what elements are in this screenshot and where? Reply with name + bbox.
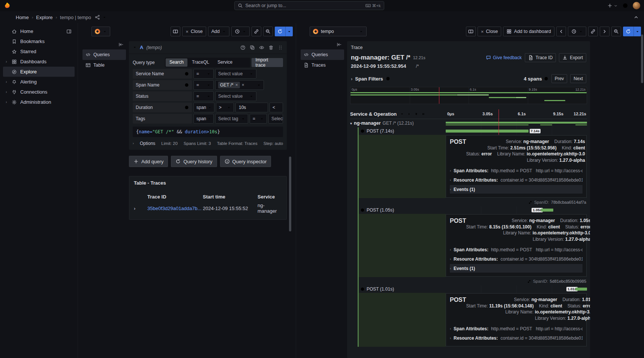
nav-item-traces[interactable]: Traces — [301, 60, 344, 70]
dock-sidebar-icon[interactable] — [66, 29, 72, 34]
datasource-picker[interactable] — [91, 27, 110, 36]
sidebar-item-dashboards[interactable]: › Dashboards — [3, 57, 75, 67]
collapse-nav-icon[interactable] — [337, 42, 342, 47]
close-pane-button[interactable]: × Close — [478, 27, 502, 36]
split-view-button[interactable] — [171, 27, 180, 36]
events-row[interactable]: › Events (1) — [450, 264, 583, 273]
right-pane-scrollbar[interactable] — [641, 34, 643, 83]
datasource-picker[interactable]: tempo — [310, 27, 367, 36]
span-bar[interactable] — [541, 209, 553, 212]
nav-item-queries[interactable]: Queries — [301, 49, 344, 60]
expand-all-icon[interactable] — [414, 112, 418, 116]
nav-item-queries[interactable]: Queries — [82, 49, 126, 60]
span-row[interactable]: POST (1.05s) 1.05s — [359, 206, 587, 214]
expand-chevron-icon[interactable]: › — [4, 60, 8, 64]
split-view-button[interactable] — [466, 27, 476, 36]
zoom-out-button[interactable] — [611, 27, 621, 36]
span-name-operator-select[interactable]: = — [193, 80, 214, 90]
query-editor-header[interactable]: A (tempo) — [129, 41, 287, 54]
sidebar-item-administration[interactable]: › Administration — [3, 97, 75, 107]
sidebar-item-bookmarks[interactable]: Bookmarks — [3, 36, 75, 46]
drag-handle-icon[interactable] — [278, 45, 283, 50]
span-attributes-row[interactable]: › Span Attributes: http.method = POST ht… — [450, 166, 583, 175]
duplicate-query-icon[interactable] — [250, 45, 255, 50]
events-row[interactable]: › Events (1) — [450, 185, 583, 194]
duration-scope-select[interactable]: span — [193, 103, 214, 112]
span-name-value-select[interactable]: GET /* × × — [215, 80, 264, 90]
new-menu-button[interactable] — [607, 3, 618, 8]
status-value-select[interactable]: Select value — [215, 91, 256, 101]
span-row[interactable]: POST (1.01s) 1.01s — [359, 285, 587, 293]
tag-operator-select[interactable]: = — [250, 114, 267, 124]
tags-scope-select[interactable]: span — [193, 114, 214, 124]
status-operator-select[interactable]: = — [193, 91, 214, 101]
collapse-all-icon[interactable] — [421, 112, 425, 116]
share-icon[interactable] — [95, 15, 100, 20]
give-feedback-link[interactable]: Give feedback — [486, 55, 522, 60]
resource-attributes-row[interactable]: › Resource Attributes: container.id = 30… — [450, 255, 583, 263]
sort-chevron-icon[interactable] — [400, 112, 404, 116]
expand-chevron-icon[interactable]: › — [4, 90, 8, 94]
clear-select-icon[interactable]: × — [242, 82, 244, 88]
resource-attributes-row[interactable]: › Resource Attributes: container.id = 30… — [450, 176, 583, 184]
import-trace-button[interactable]: Import trace — [252, 58, 283, 67]
duration-gt-operator-select[interactable]: > — [216, 103, 234, 112]
col-service[interactable]: Service — [258, 194, 282, 200]
sidebar-item-starred[interactable]: Starred — [3, 46, 75, 57]
chevron-down-icon[interactable] — [102, 15, 106, 19]
user-avatar[interactable] — [633, 2, 640, 9]
span-bar[interactable] — [446, 122, 587, 124]
span-name-chip[interactable]: GET /* × — [218, 82, 240, 88]
collapse-nav-icon[interactable] — [118, 42, 124, 47]
time-shift-forward-button[interactable] — [600, 27, 610, 36]
content-outline-button[interactable] — [81, 28, 88, 35]
duration-min-input[interactable]: 10s — [235, 103, 268, 112]
add-query-button[interactable]: Add query — [129, 156, 168, 167]
expand-chevron-icon[interactable]: › — [4, 80, 8, 84]
trace-minimap[interactable]: 0μs 3.05s 6.1s 9.15s 12.21s — [350, 87, 587, 104]
span-attributes-row[interactable]: › Span Attributes: http.method = POST ht… — [450, 245, 583, 254]
add-to-dashboard-button[interactable]: Add to dashboard — [503, 27, 554, 36]
expand-chevron-icon[interactable]: › — [4, 100, 8, 104]
trace-id-button[interactable]: Trace ID — [525, 53, 556, 62]
table-row[interactable]: › 35be0f3d29a01adda7b... 2024-12-09 15:5… — [129, 202, 286, 214]
query-history-button[interactable]: Query history — [171, 156, 217, 167]
search-input[interactable]: Search or jump to... ⌘+k — [234, 1, 384, 10]
query-inspector-button[interactable]: Query inspector — [220, 156, 271, 167]
remove-query-icon[interactable] — [268, 45, 274, 50]
mega-menu-toggle[interactable] — [4, 13, 12, 21]
span-attributes-row[interactable]: › Span Attributes: http.method = POST ht… — [450, 324, 583, 333]
span-row-root[interactable]: ▾ ng-manager GET /* (12.21s) — [350, 119, 587, 127]
export-button[interactable]: Export — [559, 53, 586, 62]
sidebar-item-connections[interactable]: › Connections — [3, 87, 75, 97]
tag-name-select[interactable]: Select tag — [215, 114, 248, 124]
span-row[interactable]: POST (7.14s) 7.14s — [359, 127, 587, 135]
row-expander-icon[interactable]: › — [134, 206, 147, 211]
expand-options-icon[interactable]: › — [133, 142, 134, 145]
sidebar-item-home[interactable]: Home — [3, 26, 75, 36]
query-type-traceql[interactable]: TraceQL — [188, 58, 213, 67]
duration-lt-operator-select[interactable]: < — [270, 103, 283, 112]
collapse-toolbar-button[interactable] — [633, 14, 640, 21]
run-query-button[interactable] — [275, 27, 293, 36]
run-query-button[interactable] — [623, 27, 641, 36]
close-pane-button[interactable]: × Close — [182, 27, 206, 36]
sidebar-item-explore[interactable]: Explore — [3, 67, 75, 77]
collapse-query-icon[interactable] — [133, 45, 137, 49]
copy-link-button[interactable] — [252, 27, 261, 36]
link-icon[interactable] — [527, 279, 531, 283]
query-type-service-graph[interactable]: Service Graph — [214, 58, 249, 67]
col-start-time[interactable]: Start time — [203, 194, 258, 200]
add-dropdown-button[interactable]: Add — [208, 27, 229, 36]
query-type-search[interactable]: Search — [166, 58, 187, 67]
tag-value-select[interactable]: Select va — [268, 114, 283, 124]
copy-link-button[interactable] — [588, 27, 598, 36]
time-shift-back-button[interactable] — [556, 27, 566, 36]
prev-span-button[interactable]: Prev — [551, 74, 568, 83]
col-trace-id[interactable]: Trace ID — [147, 194, 203, 200]
angle-right-icon[interactable] — [407, 112, 411, 116]
next-span-button[interactable]: Next — [570, 74, 586, 83]
query-help-icon[interactable] — [240, 45, 246, 50]
link-icon[interactable] — [528, 200, 532, 204]
resource-attributes-row[interactable]: › Resource Attributes: container.id = 30… — [450, 334, 583, 342]
